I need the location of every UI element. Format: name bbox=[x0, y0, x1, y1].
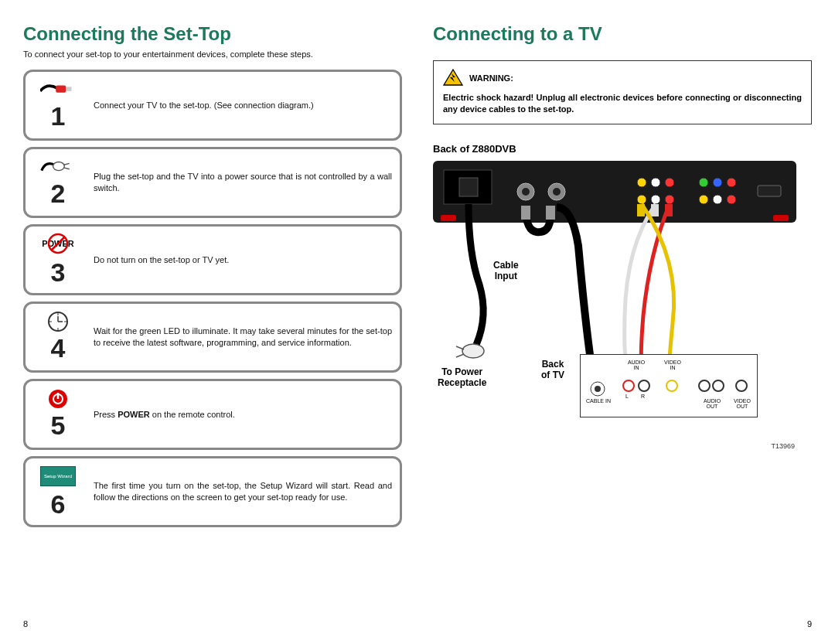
step-number: 3 bbox=[51, 257, 66, 288]
svg-rect-1 bbox=[66, 87, 71, 91]
page-number-left: 8 bbox=[23, 619, 28, 629]
svg-point-59 bbox=[736, 380, 747, 391]
power-button-icon bbox=[40, 389, 76, 409]
step-number: 2 bbox=[51, 179, 66, 209]
step-1: 1 Connect your TV to the set-top. (See c… bbox=[23, 70, 402, 141]
svg-point-2 bbox=[53, 162, 65, 170]
audio-in-label: AUDIOIN bbox=[621, 359, 652, 370]
step-3: POWER 3 Do not turn on the set-top or TV… bbox=[23, 224, 402, 295]
cable-in-label: CABLE IN bbox=[585, 398, 612, 404]
page-number-right: 9 bbox=[807, 619, 812, 629]
to-power-label: To PowerReceptacle bbox=[438, 366, 486, 389]
heading-connecting-settop: Connecting the Set-Top bbox=[23, 23, 402, 45]
svg-point-57 bbox=[699, 380, 710, 391]
diagram-code: T13969 bbox=[771, 442, 795, 450]
step-5: 5 Press POWER on the remote control. bbox=[23, 379, 402, 450]
audio-out-label: AUDIOOUT bbox=[697, 398, 728, 409]
left-column: Connecting the Set-Top To connect your s… bbox=[23, 23, 402, 644]
step-text: Connect your TV to the set-top. (See con… bbox=[86, 100, 392, 111]
steps-list: 1 Connect your TV to the set-top. (See c… bbox=[23, 70, 402, 527]
clock-icon bbox=[40, 312, 76, 332]
step-number: 5 bbox=[51, 411, 66, 441]
step-6: Setup Wizard 6 The first time you turn o… bbox=[23, 456, 402, 527]
step-number: 4 bbox=[51, 333, 66, 363]
step-2: 2 Plug the set-top and the TV into a pow… bbox=[23, 147, 402, 218]
power-plug-icon bbox=[40, 157, 76, 177]
svg-rect-49 bbox=[665, 204, 673, 216]
diagram-subhead: Back of Z880DVB bbox=[433, 143, 812, 155]
svg-rect-43 bbox=[521, 206, 530, 220]
svg-line-42 bbox=[456, 354, 464, 357]
warning-body: Electric shock hazard! Unplug all electr… bbox=[443, 92, 802, 116]
svg-line-4 bbox=[63, 167, 69, 169]
rca-cable-icon bbox=[40, 80, 76, 100]
setup-wizard-icon: Setup Wizard bbox=[40, 465, 76, 488]
svg-point-40 bbox=[462, 344, 484, 358]
svg-point-56 bbox=[666, 380, 677, 391]
svg-point-54 bbox=[623, 380, 634, 391]
tv-back-box: AUDIOIN VIDEOIN CABLE IN L R AUDIOOUT VI… bbox=[580, 354, 758, 417]
svg-point-58 bbox=[713, 380, 724, 391]
video-out-label: VIDEOOUT bbox=[731, 398, 754, 409]
svg-line-3 bbox=[63, 163, 69, 165]
warning-label: WARNING: bbox=[469, 73, 513, 83]
step-text: Press POWER on the remote control. bbox=[86, 409, 392, 421]
l-label: L bbox=[625, 394, 629, 399]
right-column: Connecting to a TV WARNING: Electric sho… bbox=[433, 23, 812, 644]
svg-rect-44 bbox=[546, 206, 555, 220]
step-text: Do not turn on the set-top or TV yet. bbox=[86, 254, 392, 266]
intro-text: To connect your set-top to your entertai… bbox=[23, 49, 402, 59]
cable-input-label: CableInput bbox=[493, 260, 519, 282]
connection-diagram: AUDIOIN VIDEOIN CABLE IN L R AUDIOOUT VI… bbox=[433, 161, 796, 439]
svg-rect-0 bbox=[56, 85, 66, 92]
r-label: R bbox=[641, 394, 645, 399]
step-text: Wait for the green LED to illuminate. It… bbox=[86, 325, 392, 349]
svg-rect-51 bbox=[637, 204, 645, 216]
no-power-icon: POWER bbox=[40, 233, 76, 256]
svg-point-53 bbox=[595, 386, 601, 392]
video-in-label: VIDEOIN bbox=[661, 359, 684, 370]
step-number: 6 bbox=[51, 489, 66, 520]
step-text: The first time you turn on the set-top, … bbox=[86, 480, 392, 503]
warning-box: WARNING: Electric shock hazard! Unplug a… bbox=[433, 60, 812, 124]
warning-triangle-icon bbox=[443, 69, 463, 87]
step-text: Plug the set-top and the TV into a power… bbox=[86, 171, 392, 194]
step-4: 4 Wait for the green LED to illuminate. … bbox=[23, 302, 402, 373]
heading-connecting-tv: Connecting to a TV bbox=[433, 23, 812, 45]
svg-point-55 bbox=[639, 380, 649, 391]
svg-rect-47 bbox=[651, 204, 659, 216]
back-of-tv-label: Backof TV bbox=[541, 359, 564, 381]
step-number: 1 bbox=[51, 101, 66, 131]
